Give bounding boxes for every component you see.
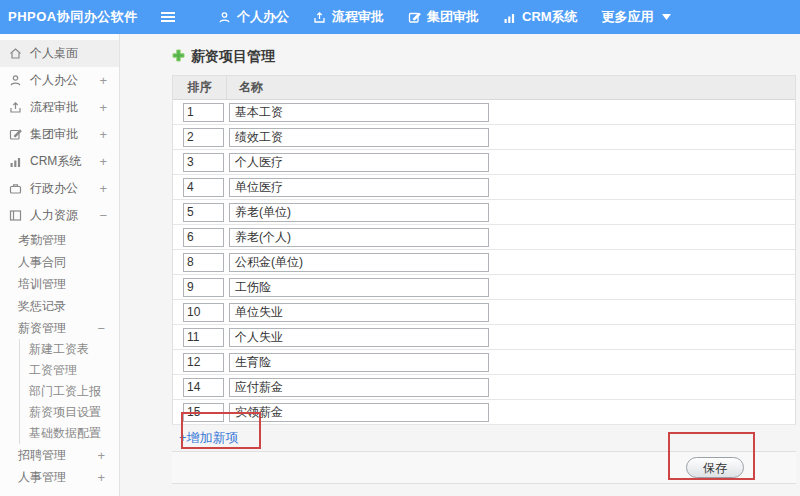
- salary-submenu: 新建工资表 工资管理 部门工资上报 薪资项目设置 基础数据配置: [19, 339, 119, 444]
- table-row: [173, 300, 795, 325]
- hr-icon: [9, 209, 23, 222]
- order-input[interactable]: [183, 303, 224, 322]
- name-input[interactable]: [229, 128, 489, 147]
- sidebar-item-crm-system[interactable]: CRM系统 +: [0, 148, 119, 175]
- sidebar-item-attendance-mgmt[interactable]: 考勤管理: [0, 229, 119, 251]
- edit-icon: [408, 11, 421, 24]
- order-input[interactable]: [183, 153, 224, 172]
- sidebar-item-training-mgmt[interactable]: 培训管理: [0, 273, 119, 295]
- add-new-item-link[interactable]: +增加新项: [179, 429, 239, 447]
- sidebar-item-new-payroll[interactable]: 新建工资表: [20, 339, 119, 360]
- chart-icon: [9, 155, 23, 168]
- table-row: [173, 150, 795, 175]
- name-input[interactable]: [229, 378, 489, 397]
- order-input[interactable]: [183, 103, 224, 122]
- main-content: 薪资项目管理 排序 名称: [120, 34, 800, 484]
- name-input[interactable]: [229, 153, 489, 172]
- table-row: [173, 275, 795, 300]
- name-input[interactable]: [229, 203, 489, 222]
- edit-icon: [9, 128, 23, 141]
- salary-items-table: 排序 名称: [172, 75, 796, 425]
- table-row: [173, 125, 795, 150]
- user-icon: [9, 74, 23, 87]
- sidebar-item-personal-desktop[interactable]: 个人桌面: [0, 40, 119, 67]
- order-input[interactable]: [183, 278, 224, 297]
- sidebar-item-salary-item-settings[interactable]: 薪资项目设置: [20, 402, 119, 423]
- name-input[interactable]: [229, 103, 489, 122]
- sidebar-item-payroll-mgmt[interactable]: 工资管理: [20, 360, 119, 381]
- table-row: [173, 400, 795, 425]
- name-input[interactable]: [229, 353, 489, 372]
- sidebar-item-recruit-mgmt[interactable]: 招聘管理 +: [0, 444, 119, 466]
- column-header-name: 名称: [227, 79, 263, 96]
- table-row: [173, 325, 795, 350]
- hamburger-menu-icon[interactable]: [160, 11, 176, 23]
- order-input[interactable]: [183, 378, 224, 397]
- add-item-row: +增加新项: [172, 425, 796, 451]
- sidebar-item-admin-office[interactable]: 行政办公 +: [0, 175, 119, 202]
- nav-item-personal-office[interactable]: 个人办公: [218, 8, 289, 26]
- table-row: [173, 250, 795, 275]
- name-input[interactable]: [229, 178, 489, 197]
- table-row: [173, 175, 795, 200]
- order-input[interactable]: [183, 203, 224, 222]
- sidebar-item-group-approval[interactable]: 集团审批 +: [0, 121, 119, 148]
- save-button[interactable]: 保存: [686, 457, 744, 478]
- app-logo: PHPOA协同办公软件: [0, 8, 160, 26]
- name-input[interactable]: [229, 228, 489, 247]
- name-input[interactable]: [229, 253, 489, 272]
- page-title: 薪资项目管理: [191, 48, 275, 66]
- sidebar-item-personnel-mgmt[interactable]: 人事管理 +: [0, 466, 119, 488]
- sidebar-item-hr-contract[interactable]: 人事合同: [0, 251, 119, 273]
- sidebar-item-dept-payroll-report[interactable]: 部门工资上报: [20, 381, 119, 402]
- name-input[interactable]: [229, 303, 489, 322]
- nav-item-group-approval[interactable]: 集团审批: [408, 8, 479, 26]
- sidebar-item-reward-records[interactable]: 奖惩记录: [0, 295, 119, 317]
- sidebar: 个人桌面 个人办公 + 流程审批 + 集团审批 + CRM系统 + 行政办公 +…: [0, 34, 120, 496]
- nav-item-more-apps[interactable]: 更多应用: [602, 8, 671, 26]
- caret-down-icon: [662, 14, 671, 20]
- expand-icon[interactable]: +: [99, 181, 107, 196]
- order-input[interactable]: [183, 128, 224, 147]
- order-input[interactable]: [183, 253, 224, 272]
- sidebar-item-human-resources[interactable]: 人力资源 −: [0, 202, 119, 229]
- nav-item-workflow-approval[interactable]: 流程审批: [313, 8, 384, 26]
- footer-bar: 保存: [172, 451, 796, 484]
- table-row: [173, 375, 795, 400]
- sidebar-item-salary-mgmt[interactable]: 薪资管理 −: [0, 317, 119, 339]
- order-input[interactable]: [183, 328, 224, 347]
- order-input[interactable]: [183, 353, 224, 372]
- order-input[interactable]: [183, 178, 224, 197]
- table-row: [173, 200, 795, 225]
- flow-icon: [313, 11, 326, 24]
- expand-icon[interactable]: +: [99, 100, 107, 115]
- name-input[interactable]: [229, 328, 489, 347]
- user-icon: [218, 11, 231, 24]
- expand-icon[interactable]: +: [99, 154, 107, 169]
- order-input[interactable]: [183, 403, 224, 422]
- page-title-row: 薪资项目管理: [172, 47, 796, 67]
- table-header: 排序 名称: [173, 76, 795, 100]
- expand-icon[interactable]: +: [97, 448, 105, 463]
- table-row: [173, 100, 795, 125]
- nav-item-crm-system[interactable]: CRM系统: [503, 8, 578, 26]
- name-input[interactable]: [229, 403, 489, 422]
- order-input[interactable]: [183, 228, 224, 247]
- sidebar-item-personal-office[interactable]: 个人办公 +: [0, 67, 119, 94]
- add-green-icon: [172, 49, 185, 65]
- expand-icon[interactable]: +: [99, 127, 107, 142]
- expand-icon[interactable]: +: [97, 470, 105, 485]
- column-header-order: 排序: [173, 76, 227, 99]
- briefcase-icon: [9, 182, 23, 195]
- sidebar-item-workflow-approval[interactable]: 流程审批 +: [0, 94, 119, 121]
- table-row: [173, 350, 795, 375]
- chart-icon: [503, 11, 516, 24]
- collapse-icon[interactable]: −: [99, 208, 107, 223]
- flow-icon: [9, 101, 23, 114]
- top-navbar: PHPOA协同办公软件 个人办公 流程审批 集团审批 CRM系统 更多应用: [0, 0, 800, 34]
- expand-icon[interactable]: +: [99, 73, 107, 88]
- name-input[interactable]: [229, 278, 489, 297]
- sidebar-item-base-data-config[interactable]: 基础数据配置: [20, 423, 119, 444]
- collapse-icon[interactable]: −: [97, 321, 105, 336]
- table-row: [173, 225, 795, 250]
